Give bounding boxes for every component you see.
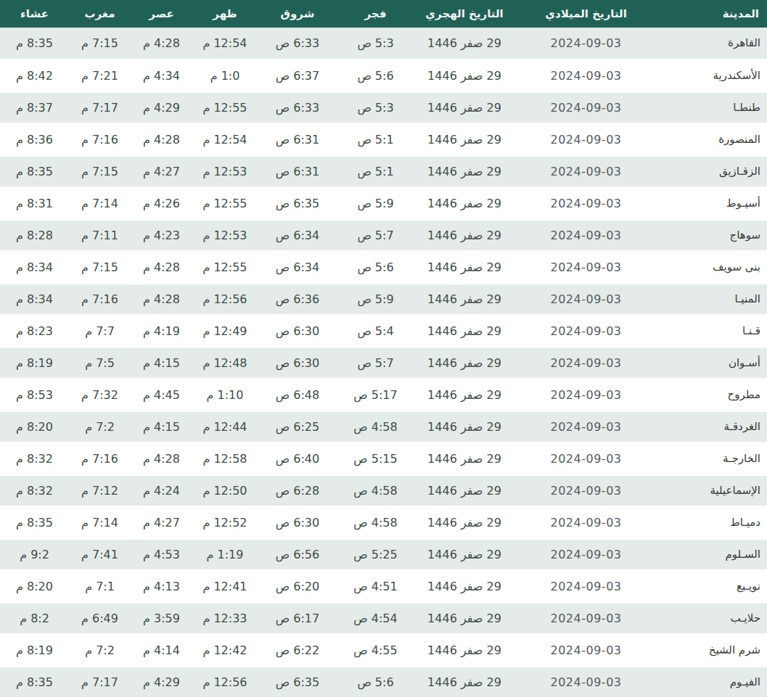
dhuhr-time-cell: 12:53 م <box>192 219 258 251</box>
sunrise-time-cell: 6:35 ص <box>258 187 337 219</box>
maghrib-time-cell: 7:17 م <box>69 91 131 123</box>
table-row: شرم الشيخ 2024-09-03 29 صفر 1446 4:55 ص … <box>0 634 767 666</box>
maghrib-time-cell: 7:15 م <box>69 251 131 283</box>
maghrib-time-cell: 7:17 م <box>69 666 131 698</box>
asr-time-cell: 4:29 م <box>131 666 192 698</box>
fajr-time-cell: 4:54 ص <box>337 602 414 634</box>
dhuhr-time-cell: 12:53 م <box>192 155 258 187</box>
isha-time-cell: 8:32 م <box>0 474 69 506</box>
city-cell: حلايـب <box>657 602 767 634</box>
fajr-time-cell: 4:58 ص <box>337 411 414 442</box>
asr-time-cell: 4:28 م <box>131 123 192 155</box>
fajr-time-cell: 4:55 ص <box>337 634 414 666</box>
hijri-date-cell: 29 صفر 1446 <box>414 219 515 251</box>
gregorian-date-cell: 2024-09-03 <box>515 634 657 666</box>
hijri-date-cell: 29 صفر 1446 <box>414 91 515 123</box>
asr-time-cell: 4:34 م <box>131 59 192 91</box>
maghrib-time-cell: 7:41 م <box>69 538 131 570</box>
fajr-time-cell: 5:1 ص <box>337 155 414 187</box>
asr-time-cell: 4:27 م <box>131 155 192 187</box>
isha-time-cell: 8:35 م <box>0 506 69 538</box>
maghrib-time-cell: 7:16 م <box>69 123 131 155</box>
hijri-date-cell: 29 صفر 1446 <box>414 347 515 379</box>
gregorian-date-cell: 2024-09-03 <box>515 28 657 59</box>
gregorian-date-cell: 2024-09-03 <box>515 283 657 315</box>
isha-time-cell: 8:35 م <box>0 28 69 59</box>
sunrise-time-cell: 6:34 ص <box>258 219 337 251</box>
dhuhr-time-cell: 12:54 م <box>192 123 258 155</box>
isha-time-cell: 8:32 م <box>0 442 69 474</box>
table-row: القاهرة 2024-09-03 29 صفر 1446 5:3 ص 6:3… <box>0 28 767 59</box>
table-row: السـلوم 2024-09-03 29 صفر 1446 5:25 ص 6:… <box>0 538 767 570</box>
city-cell: الإسماعيلية <box>657 474 767 506</box>
hijri-date-cell: 29 صفر 1446 <box>414 602 515 634</box>
table-row: سوهاج 2024-09-03 29 صفر 1446 5:7 ص 6:34 … <box>0 219 767 251</box>
city-cell: مطروح <box>657 379 767 411</box>
table-row: الأسكندرية 2024-09-03 29 صفر 1446 5:6 ص … <box>0 59 767 91</box>
table-row: المنصورة 2024-09-03 29 صفر 1446 5:1 ص 6:… <box>0 123 767 155</box>
sunrise-time-cell: 6:30 ص <box>258 315 337 347</box>
header-fajr: فجر <box>337 0 414 28</box>
isha-time-cell: 8:37 م <box>0 91 69 123</box>
dhuhr-time-cell: 12:55 م <box>192 187 258 219</box>
gregorian-date-cell: 2024-09-03 <box>515 602 657 634</box>
header-gregorian-date: التاريخ الميلادي <box>515 0 657 28</box>
table-row: أسيـوط 2024-09-03 29 صفر 1446 5:9 ص 6:35… <box>0 187 767 219</box>
hijri-date-cell: 29 صفر 1446 <box>414 59 515 91</box>
prayer-times-table: المدينة التاريخ الميلادي التاريخ الهجري … <box>0 0 767 699</box>
isha-time-cell: 8:42 م <box>0 59 69 91</box>
isha-time-cell: 8:35 م <box>0 155 69 187</box>
fajr-time-cell: 5:6 ص <box>337 251 414 283</box>
table-row: نويـبع 2024-09-03 29 صفر 1446 4:51 ص 6:2… <box>0 570 767 602</box>
fajr-time-cell: 4:51 ص <box>337 570 414 602</box>
asr-time-cell: 4:23 م <box>131 219 192 251</box>
fajr-time-cell: 5:9 ص <box>337 187 414 219</box>
isha-time-cell: 8:36 م <box>0 123 69 155</box>
asr-time-cell: 4:26 م <box>131 187 192 219</box>
dhuhr-time-cell: 12:54 م <box>192 28 258 59</box>
sunrise-time-cell: 6:31 ص <box>258 123 337 155</box>
asr-time-cell: 4:14 م <box>131 634 192 666</box>
fajr-time-cell: 4:58 ص <box>337 474 414 506</box>
asr-time-cell: 4:28 م <box>131 28 192 59</box>
gregorian-date-cell: 2024-09-03 <box>515 219 657 251</box>
asr-time-cell: 4:45 م <box>131 379 192 411</box>
city-cell: أسيـوط <box>657 187 767 219</box>
header-maghrib: مغرب <box>69 0 131 28</box>
fajr-time-cell: 5:7 ص <box>337 219 414 251</box>
gregorian-date-cell: 2024-09-03 <box>515 666 657 698</box>
fajr-time-cell: 5:6 ص <box>337 59 414 91</box>
maghrib-time-cell: 7:2 م <box>69 411 131 442</box>
fajr-time-cell: 5:1 ص <box>337 123 414 155</box>
isha-time-cell: 8:19 م <box>0 347 69 379</box>
sunrise-time-cell: 6:48 ص <box>258 379 337 411</box>
sunrise-time-cell: 6:20 ص <box>258 570 337 602</box>
maghrib-time-cell: 6:49 م <box>69 602 131 634</box>
hijri-date-cell: 29 صفر 1446 <box>414 666 515 698</box>
dhuhr-time-cell: 12:50 م <box>192 474 258 506</box>
fajr-time-cell: 5:7 ص <box>337 347 414 379</box>
gregorian-date-cell: 2024-09-03 <box>515 538 657 570</box>
dhuhr-time-cell: 12:44 م <box>192 411 258 442</box>
sunrise-time-cell: 6:28 ص <box>258 474 337 506</box>
asr-time-cell: 4:28 م <box>131 251 192 283</box>
city-cell: الأسكندرية <box>657 59 767 91</box>
asr-time-cell: 4:13 م <box>131 570 192 602</box>
asr-time-cell: 3:59 م <box>131 602 192 634</box>
maghrib-time-cell: 7:12 م <box>69 474 131 506</box>
city-cell: قـنـا <box>657 315 767 347</box>
hijri-date-cell: 29 صفر 1446 <box>414 315 515 347</box>
fajr-time-cell: 5:6 ص <box>337 666 414 698</box>
isha-time-cell: 8:31 م <box>0 187 69 219</box>
hijri-date-cell: 29 صفر 1446 <box>414 379 515 411</box>
gregorian-date-cell: 2024-09-03 <box>515 123 657 155</box>
fajr-time-cell: 5:3 ص <box>337 91 414 123</box>
table-row: الإسماعيلية 2024-09-03 29 صفر 1446 4:58 … <box>0 474 767 506</box>
city-cell: طنطـا <box>657 91 767 123</box>
hijri-date-cell: 29 صفر 1446 <box>414 283 515 315</box>
asr-time-cell: 4:27 م <box>131 506 192 538</box>
hijri-date-cell: 29 صفر 1446 <box>414 155 515 187</box>
sunrise-time-cell: 6:33 ص <box>258 28 337 59</box>
gregorian-date-cell: 2024-09-03 <box>515 315 657 347</box>
asr-time-cell: 4:24 م <box>131 474 192 506</box>
